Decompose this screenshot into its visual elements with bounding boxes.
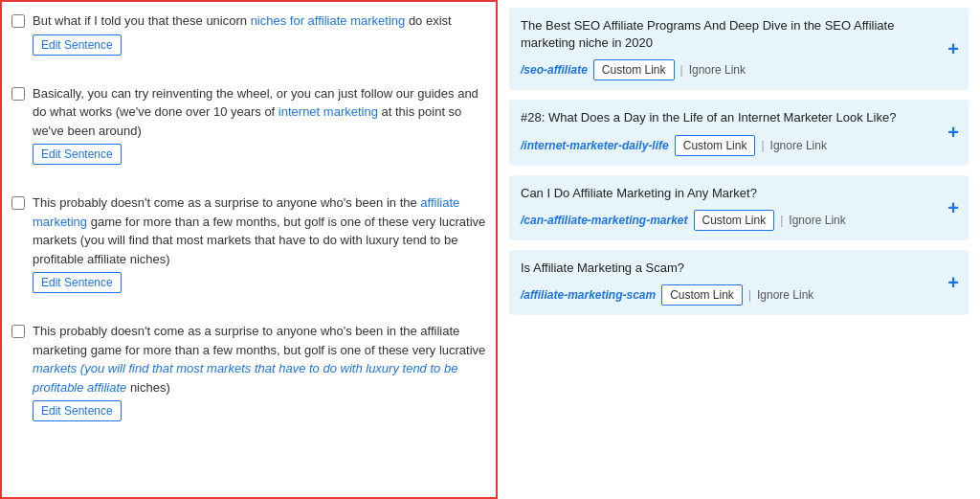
sentence-block-3: This probably doesn't come as a surprise… <box>11 193 486 303</box>
edit-sentence-button-1[interactable]: Edit Sentence <box>33 34 122 56</box>
sentence-text-before-1: But what if I told you that these unicor… <box>33 13 251 28</box>
sentence-checkbox-2[interactable] <box>11 87 25 101</box>
right-panel: The Best SEO Affiliate Programs And Deep… <box>498 0 980 499</box>
expand-button-3[interactable]: + <box>947 196 959 218</box>
sentence-checkbox-4[interactable] <box>11 325 25 338</box>
card-actions-4: /affiliate-marketing-scam Custom Link | … <box>521 284 957 306</box>
sentence-content-4: This probably doesn't come as a surprise… <box>33 322 486 421</box>
sentence-link-4[interactable]: markets (you will find that most markets… <box>33 361 457 395</box>
pipe-1: | <box>680 63 683 77</box>
custom-link-button-3[interactable]: Custom Link <box>694 210 775 231</box>
sentence-text-after-3: game for more than a few months, but gol… <box>33 215 485 266</box>
edit-sentence-button-4[interactable]: Edit Sentence <box>33 400 122 421</box>
sentence-text-before-4: This probably doesn't come as a surprise… <box>33 324 485 357</box>
sentence-checkbox-1[interactable] <box>11 14 25 28</box>
card-actions-1: /seo-affiliate Custom Link | Ignore Link <box>521 59 957 80</box>
article-title-2: #28: What Does a Day in the Life of an I… <box>521 109 957 126</box>
sentence-block-1: But what if I told you that these unicor… <box>11 11 486 65</box>
custom-link-button-1[interactable]: Custom Link <box>593 59 675 80</box>
sentence-checkbox-3[interactable] <box>11 196 25 210</box>
sentence-content-2: Basically, you can try reinventing the w… <box>33 84 486 166</box>
left-panel: But what if I told you that these unicor… <box>0 0 498 499</box>
expand-button-1[interactable]: + <box>947 38 959 60</box>
article-slug-2: /internet-marketer-daily-life <box>521 139 669 152</box>
edit-sentence-button-3[interactable]: Edit Sentence <box>33 272 122 293</box>
ignore-link-3[interactable]: Ignore Link <box>789 214 845 227</box>
sentence-text-after-1: do exist <box>405 13 451 28</box>
article-card-2: #28: What Does a Day in the Life of an I… <box>509 100 969 165</box>
pipe-2: | <box>761 139 764 152</box>
sentence-block-4: This probably doesn't come as a surprise… <box>11 322 486 431</box>
article-slug-1: /seo-affiliate <box>521 63 588 77</box>
expand-button-2[interactable]: + <box>947 122 959 144</box>
sentence-content-1: But what if I told you that these unicor… <box>33 11 486 56</box>
custom-link-button-4[interactable]: Custom Link <box>661 284 743 306</box>
sentence-block-2: Basically, you can try reinventing the w… <box>11 84 486 175</box>
sentence-link-1[interactable]: niches for affiliate marketing <box>251 13 406 28</box>
article-card-4: Is Affiliate Marketing a Scam? /affiliat… <box>509 250 969 315</box>
pipe-4: | <box>748 288 751 302</box>
sentence-content-3: This probably doesn't come as a surprise… <box>33 193 486 293</box>
article-title-3: Can I Do Affiliate Marketing in Any Mark… <box>521 185 957 202</box>
pipe-3: | <box>780 214 783 227</box>
article-title-4: Is Affiliate Marketing a Scam? <box>521 260 957 277</box>
ignore-link-2[interactable]: Ignore Link <box>770 139 827 152</box>
article-slug-4: /affiliate-marketing-scam <box>521 288 656 302</box>
sentence-text-before-3: This probably doesn't come as a surprise… <box>33 195 420 210</box>
ignore-link-1[interactable]: Ignore Link <box>689 63 746 77</box>
expand-button-4[interactable]: + <box>947 271 959 293</box>
custom-link-button-2[interactable]: Custom Link <box>675 135 756 156</box>
card-actions-2: /internet-marketer-daily-life Custom Lin… <box>521 135 957 156</box>
card-actions-3: /can-affiliate-marketing-market Custom L… <box>521 210 957 231</box>
article-title-1: The Best SEO Affiliate Programs And Deep… <box>521 17 957 52</box>
article-card-3: Can I Do Affiliate Marketing in Any Mark… <box>509 175 969 240</box>
article-slug-3: /can-affiliate-marketing-market <box>521 214 688 227</box>
sentence-text-after-4: niches) <box>126 380 170 395</box>
edit-sentence-button-2[interactable]: Edit Sentence <box>33 144 122 165</box>
ignore-link-4[interactable]: Ignore Link <box>757 288 813 302</box>
sentence-link-2[interactable]: internet marketing <box>278 104 378 119</box>
article-card-1: The Best SEO Affiliate Programs And Deep… <box>509 8 969 90</box>
